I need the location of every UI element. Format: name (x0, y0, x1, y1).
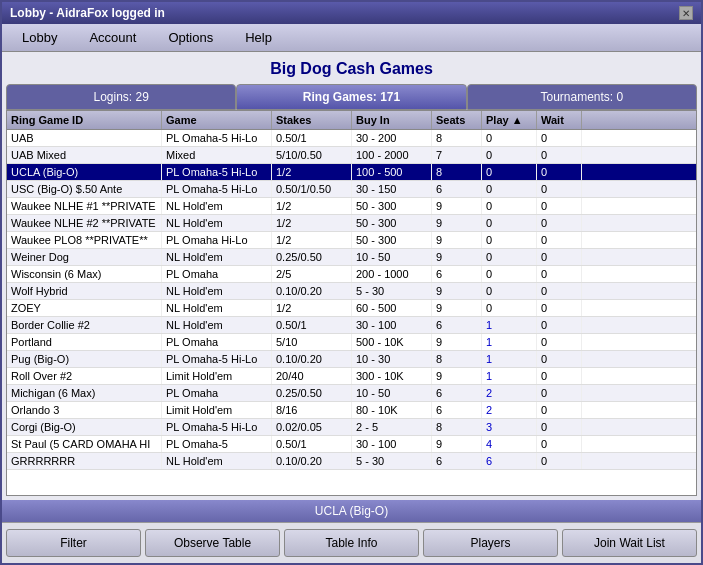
cell-seats: 6 (432, 181, 482, 197)
tab-ring-games[interactable]: Ring Games: 171 (236, 84, 466, 110)
menu-account[interactable]: Account (73, 28, 152, 47)
table-row[interactable]: Roll Over #2 Limit Hold'em 20/40 300 - 1… (7, 368, 696, 385)
cell-play: 1 (482, 368, 537, 384)
cell-stakes: 0.10/0.20 (272, 351, 352, 367)
table-row[interactable]: USC (Big-O) $.50 Ante PL Omaha-5 Hi-Lo 0… (7, 181, 696, 198)
table-row[interactable]: UAB PL Omaha-5 Hi-Lo 0.50/1 30 - 200 8 0… (7, 130, 696, 147)
cell-buyin: 10 - 50 (352, 385, 432, 401)
cell-game: PL Omaha-5 Hi-Lo (162, 351, 272, 367)
cell-ring-game-id: UAB (7, 130, 162, 146)
table-row[interactable]: Wolf Hybrid NL Hold'em 0.10/0.20 5 - 30 … (7, 283, 696, 300)
cell-game: NL Hold'em (162, 198, 272, 214)
menu-help[interactable]: Help (229, 28, 288, 47)
menu-options[interactable]: Options (152, 28, 229, 47)
cell-wait: 0 (537, 402, 582, 418)
cell-buyin: 60 - 500 (352, 300, 432, 316)
cell-stakes: 1/2 (272, 300, 352, 316)
observe-table-button[interactable]: Observe Table (145, 529, 280, 557)
menu-lobby[interactable]: Lobby (6, 28, 73, 47)
cell-buyin: 30 - 150 (352, 181, 432, 197)
table-row[interactable]: UAB Mixed Mixed 5/10/0.50 100 - 2000 7 0… (7, 147, 696, 164)
cell-ring-game-id: St Paul (5 CARD OMAHA HI (7, 436, 162, 452)
cell-ring-game-id: Pug (Big-O) (7, 351, 162, 367)
table-row[interactable]: Pug (Big-O) PL Omaha-5 Hi-Lo 0.10/0.20 1… (7, 351, 696, 368)
window-title: Lobby - AidraFox logged in (10, 6, 165, 20)
cell-ring-game-id: Roll Over #2 (7, 368, 162, 384)
join-wait-list-button[interactable]: Join Wait List (562, 529, 697, 557)
cell-game: PL Omaha (162, 334, 272, 350)
cell-ring-game-id: Michigan (6 Max) (7, 385, 162, 401)
cell-stakes: 0.10/0.20 (272, 283, 352, 299)
cell-seats: 6 (432, 402, 482, 418)
cell-game: PL Omaha-5 Hi-Lo (162, 130, 272, 146)
cell-seats: 9 (432, 300, 482, 316)
close-button[interactable]: ✕ (679, 6, 693, 20)
table-row[interactable]: Waukee NLHE #2 **PRIVATE NL Hold'em 1/2 … (7, 215, 696, 232)
cell-seats: 9 (432, 436, 482, 452)
cell-game: NL Hold'em (162, 300, 272, 316)
cell-play: 0 (482, 249, 537, 265)
cell-wait: 0 (537, 266, 582, 282)
cell-wait: 0 (537, 300, 582, 316)
table-row[interactable]: Portland PL Omaha 5/10 500 - 10K 9 1 0 (7, 334, 696, 351)
cell-wait: 0 (537, 147, 582, 163)
cell-seats: 9 (432, 368, 482, 384)
cell-stakes: 0.50/1 (272, 436, 352, 452)
col-game: Game (162, 111, 272, 129)
cell-buyin: 10 - 50 (352, 249, 432, 265)
players-button[interactable]: Players (423, 529, 558, 557)
table-row[interactable]: Corgi (Big-O) PL Omaha-5 Hi-Lo 0.02/0.05… (7, 419, 696, 436)
cell-play: 0 (482, 232, 537, 248)
cell-play: 4 (482, 436, 537, 452)
cell-seats: 6 (432, 453, 482, 469)
table-row[interactable]: UCLA (Big-O) PL Omaha-5 Hi-Lo 1/2 100 - … (7, 164, 696, 181)
cell-buyin: 2 - 5 (352, 419, 432, 435)
cell-seats: 9 (432, 334, 482, 350)
cell-seats: 6 (432, 385, 482, 401)
table-row[interactable]: Waukee PLO8 **PRIVATE** PL Omaha Hi-Lo 1… (7, 232, 696, 249)
cell-wait: 0 (537, 232, 582, 248)
cell-game: PL Omaha (162, 266, 272, 282)
cell-buyin: 30 - 100 (352, 317, 432, 333)
table-row[interactable]: St Paul (5 CARD OMAHA HI PL Omaha-5 0.50… (7, 436, 696, 453)
filter-button[interactable]: Filter (6, 529, 141, 557)
cell-seats: 6 (432, 317, 482, 333)
cell-ring-game-id: Waukee PLO8 **PRIVATE** (7, 232, 162, 248)
cell-play: 0 (482, 181, 537, 197)
table-row[interactable]: ZOEY NL Hold'em 1/2 60 - 500 9 0 0 (7, 300, 696, 317)
col-stakes: Stakes (272, 111, 352, 129)
cell-stakes: 0.02/0.05 (272, 419, 352, 435)
cell-ring-game-id: Waukee NLHE #1 **PRIVATE (7, 198, 162, 214)
table-row[interactable]: Orlando 3 Limit Hold'em 8/16 80 - 10K 6 … (7, 402, 696, 419)
cell-buyin: 100 - 2000 (352, 147, 432, 163)
cell-wait: 0 (537, 130, 582, 146)
col-ring-game-id: Ring Game ID (7, 111, 162, 129)
button-row: FilterObserve TableTable InfoPlayersJoin… (2, 522, 701, 563)
tab-tournaments[interactable]: Tournaments: 0 (467, 84, 697, 110)
cell-buyin: 80 - 10K (352, 402, 432, 418)
cell-ring-game-id: ZOEY (7, 300, 162, 316)
cell-stakes: 0.50/1 (272, 130, 352, 146)
cell-game: NL Hold'em (162, 283, 272, 299)
cell-game: NL Hold'em (162, 215, 272, 231)
table-row[interactable]: GRRRRRRR NL Hold'em 0.10/0.20 5 - 30 6 6… (7, 453, 696, 470)
cell-stakes: 0.50/1 (272, 317, 352, 333)
cell-seats: 8 (432, 419, 482, 435)
cell-wait: 0 (537, 453, 582, 469)
cell-ring-game-id: UCLA (Big-O) (7, 164, 162, 180)
table-row[interactable]: Weiner Dog NL Hold'em 0.25/0.50 10 - 50 … (7, 249, 696, 266)
cell-seats: 9 (432, 283, 482, 299)
table-row[interactable]: Border Collie #2 NL Hold'em 0.50/1 30 - … (7, 317, 696, 334)
cell-wait: 0 (537, 164, 582, 180)
cell-wait: 0 (537, 198, 582, 214)
cell-play: 0 (482, 300, 537, 316)
table-row[interactable]: Waukee NLHE #1 **PRIVATE NL Hold'em 1/2 … (7, 198, 696, 215)
cell-ring-game-id: Portland (7, 334, 162, 350)
table-info-button[interactable]: Table Info (284, 529, 419, 557)
tab-logins[interactable]: Logins: 29 (6, 84, 236, 110)
cell-buyin: 5 - 30 (352, 453, 432, 469)
table-row[interactable]: Michigan (6 Max) PL Omaha 0.25/0.50 10 -… (7, 385, 696, 402)
cell-buyin: 200 - 1000 (352, 266, 432, 282)
cell-seats: 6 (432, 266, 482, 282)
table-row[interactable]: Wisconsin (6 Max) PL Omaha 2/5 200 - 100… (7, 266, 696, 283)
